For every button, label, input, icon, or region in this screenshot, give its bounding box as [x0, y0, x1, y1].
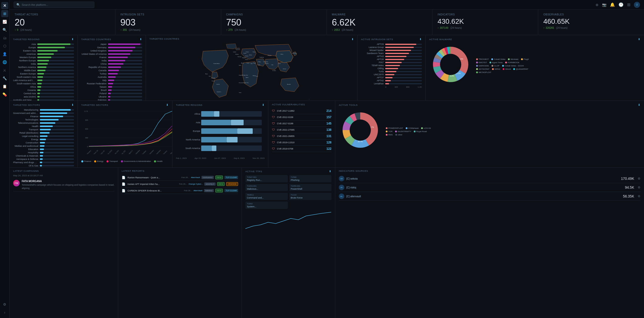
ttps-item[interactable]: T1002 System... — [245, 202, 288, 209]
tools-legend-item: LCG Kit — [421, 127, 431, 129]
intrusion-set-row: APT42 — [361, 79, 422, 82]
hbar-fill — [37, 73, 44, 75]
ttps-item[interactable]: T1059.001 PowerShell — [289, 184, 332, 191]
download-sectors-line-icon[interactable]: ⬇ — [166, 103, 169, 107]
hbar-fill — [40, 145, 44, 147]
vuln-count: 145 — [326, 122, 331, 125]
campaign-item[interactable]: FM FATA MORGANA Tortoiseshell's campaign… — [13, 178, 114, 191]
tools-legend-item: other — [395, 134, 402, 136]
ttps-item[interactable]: T1204.001 Malicious... — [245, 184, 288, 191]
download-countries-icon[interactable]: ⬇ — [140, 38, 142, 41]
sidebar-icon-network[interactable]: 🌐 — [1, 59, 8, 66]
source-item[interactable]: SE [C] sekoia 170.49K ⚙ — [339, 174, 640, 183]
download-map-icon[interactable]: ⬇ — [351, 38, 354, 41]
ttps-item[interactable]: T1547.001 Registry Run... — [245, 175, 288, 182]
hbar-fill — [108, 99, 110, 101]
source-item[interactable]: RI [C] riskiq 94.5K ⚙ — [339, 183, 640, 192]
hbar-track — [108, 93, 142, 94]
svg-text:Mexico: Mexico — [205, 74, 208, 75]
hbar-track — [40, 132, 74, 134]
source-count: 170.49K — [621, 177, 634, 181]
stat-intrusion-sets[interactable]: INTRUSION SETS 903 ↑ 355 (24 hours) — [115, 10, 221, 35]
vuln-item[interactable]: 🛡 CVE-2021-26855 131 — [272, 133, 331, 139]
vuln-item[interactable]: 🛡 CVE-2019-11510 128 — [272, 139, 331, 146]
report-item[interactable]: 📄 Iranian APT Imperial Kitten ha... Feb … — [122, 181, 238, 187]
report-item[interactable]: 📄 Ranion Ransomware - Quiet a... Feb 28.… — [122, 174, 238, 181]
malware-legend-item: Mimikatz — [508, 58, 519, 60]
clock-icon[interactable]: 🕐 — [619, 2, 624, 7]
sidebar-icon-reports[interactable]: 📋 — [1, 83, 8, 90]
ttps-item[interactable]: T1110 Brute Force — [289, 193, 332, 200]
svg-text:South America: South America — [185, 147, 200, 150]
hbar-row: Australia and New Zeal... — [13, 99, 74, 101]
hbar-row: Western Europe — [13, 56, 74, 59]
vuln-item[interactable]: 🛡 CVE-2019-0708 122 — [272, 146, 331, 152]
shield-icon: 🛡 — [272, 122, 275, 125]
download-malware-icon[interactable]: ⬇ — [638, 38, 640, 41]
report-item[interactable]: 📄 CARBON SPIDER Embraces Bi... Feb 28...… — [122, 187, 238, 194]
sidebar-icon-data[interactable]: 🗂 — [1, 34, 8, 41]
stat-threat-actors[interactable]: THREAT ACTORS 20 ↑ 9 (24 hours) — [10, 10, 115, 35]
hbar-row: Canada — [81, 69, 142, 72]
sidebar-icon-expand[interactable]: › — [1, 309, 8, 316]
sidebar-icon-dashboard[interactable]: ⊞ — [1, 10, 8, 17]
sidebar-icon-analytics[interactable]: 📈 — [1, 18, 8, 25]
bell-icon[interactable]: 🔔 — [610, 2, 615, 7]
campaign-date: May 24, 2023 at 10:18:27 AM — [13, 174, 114, 177]
download-intrusion-icon[interactable]: ⬇ — [419, 38, 422, 41]
hbar-label: Australia and New Zeal... — [13, 99, 36, 101]
sidebar-icon-attack[interactable]: ⚔ — [1, 67, 8, 74]
sidebar-icon-meds[interactable]: 💊 — [1, 91, 8, 98]
sidebar-icon-home[interactable]: ⬡ — [1, 42, 8, 50]
source-settings-icon[interactable]: ⚙ — [638, 194, 640, 198]
ttps-item[interactable]: TA0011 Command and... — [245, 193, 288, 200]
active-vulnerabilities-chart: ACTIVE VULNERABILITIES 🛡 CVE-2017-11882 … — [268, 101, 335, 167]
report-file-icon: 📄 — [122, 182, 125, 186]
active-ttps-section: ACTIVE TTPS ⬇ T1547.001 Registry Run... … — [242, 168, 335, 318]
latest-reports-section: LATEST REPORTS 📄 Ranion Ransomware - Qui… — [118, 168, 242, 318]
vuln-item[interactable]: 🛡 CVE-2012-0158 157 — [272, 114, 331, 120]
stat-observables[interactable]: OBSERVABLES 460.65K ↑ 328265 (24 hours) — [538, 10, 644, 35]
vuln-item[interactable]: 🛡 CVE-2017-0199 145 — [272, 120, 331, 127]
hbar-track — [108, 43, 142, 45]
hbar-track — [37, 99, 74, 101]
sidebar-icon-x[interactable]: ✕ — [1, 2, 8, 9]
download-sectors-bar-icon[interactable]: ⬇ — [71, 103, 74, 107]
sidebar-icon-actors[interactable]: 👤 — [1, 51, 8, 58]
hbar-track — [108, 63, 142, 65]
hbar-fill — [37, 96, 40, 97]
vuln-item[interactable]: 🛡 CVE-2017-11882 214 — [272, 108, 331, 114]
sidebar-icon-tools[interactable]: 🔧 — [1, 75, 8, 82]
vuln-item[interactable]: 🛡 CVE-2021-27065 138 — [272, 127, 331, 133]
source-settings-icon[interactable]: ⚙ — [638, 177, 640, 180]
tools-legend-item: TOR — [386, 130, 393, 133]
hbar-row: Latin America and the C... — [13, 79, 74, 82]
stat-indicators[interactable]: INDICATORS 430.62K ↑ 307149 (24 hours) — [432, 10, 538, 35]
sidebar-icon-settings[interactable]: ⚙ — [1, 301, 8, 308]
search-box[interactable]: 🔍 Search the platform... — [14, 2, 94, 8]
stat-campaigns[interactable]: CAMPAIGNS 750 ↑ 279 (24 hours) — [221, 10, 327, 35]
report-date: Feb 28... — [184, 189, 192, 192]
download-regions-bar2-icon[interactable]: ⬇ — [262, 103, 265, 107]
ttps-item[interactable]: T1566 Phishing — [289, 175, 332, 182]
stat-malware[interactable]: MALWARE 6.62K ↑ 2053 (24 hours) — [327, 10, 433, 35]
camera-icon[interactable]: 📷 — [602, 3, 606, 7]
sidebar-icon-search[interactable]: 🔍 — [1, 26, 8, 33]
source-count: 94.5K — [625, 185, 634, 189]
vuln-name: CVE-2017-11882 — [277, 110, 324, 112]
source-settings-icon[interactable]: ⚙ — [638, 186, 640, 189]
scan-icon[interactable]: ⊕ — [596, 3, 599, 7]
hbar-label: Germany — [81, 46, 107, 49]
download-ttps-icon[interactable]: ⬇ — [329, 170, 331, 173]
grid-icon[interactable]: ⊞ — [627, 2, 630, 7]
source-item[interactable]: AL [C] alienvault 56.35K ⚙ — [339, 192, 640, 201]
hbar-track — [40, 149, 74, 150]
user-avatar[interactable]: U — [634, 2, 640, 8]
download-tools-icon[interactable]: ⬇ — [638, 103, 640, 107]
report-source: AlienVault — [193, 189, 202, 192]
vuln-count: 214 — [326, 109, 331, 113]
download-regions-icon[interactable]: ⬇ — [71, 38, 74, 41]
tools-legend-item: SILENTRINITY — [395, 130, 411, 133]
svg-text:February: February — [169, 150, 172, 154]
hbar-row: Telecommunications — [13, 122, 74, 124]
